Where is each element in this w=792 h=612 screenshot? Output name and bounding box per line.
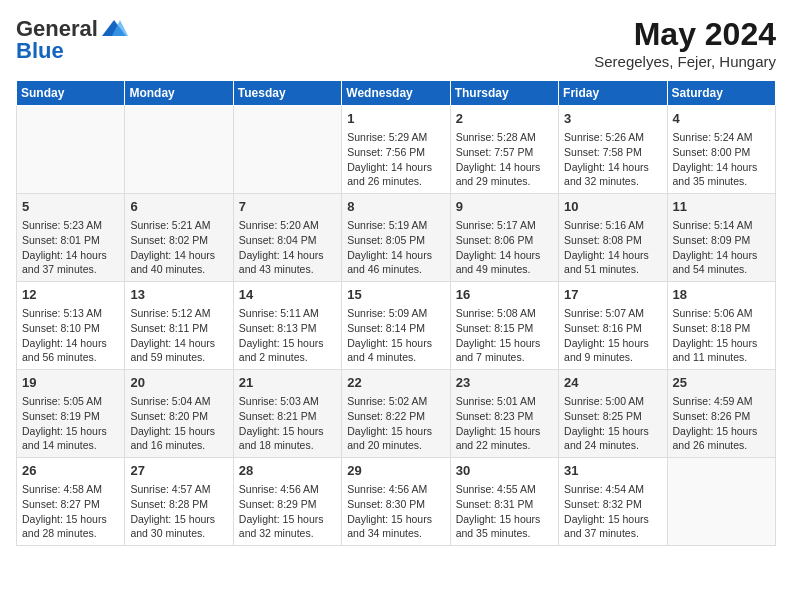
day-number: 28: [239, 462, 336, 480]
cell-detail-line: and 54 minutes.: [673, 263, 748, 275]
day-number: 8: [347, 198, 444, 216]
cell-detail-line: Sunset: 8:18 PM: [673, 322, 751, 334]
cell-detail-line: and 26 minutes.: [673, 439, 748, 451]
cell-detail-line: Sunset: 8:30 PM: [347, 498, 425, 510]
cell-detail-line: Daylight: 14 hours: [130, 337, 215, 349]
cell-details: Sunrise: 5:01 AMSunset: 8:23 PMDaylight:…: [456, 394, 553, 453]
month-title: May 2024: [594, 16, 776, 53]
cell-detail-line: and 26 minutes.: [347, 175, 422, 187]
cell-details: Sunrise: 5:05 AMSunset: 8:19 PMDaylight:…: [22, 394, 119, 453]
day-number: 24: [564, 374, 661, 392]
cell-details: Sunrise: 4:59 AMSunset: 8:26 PMDaylight:…: [673, 394, 770, 453]
calendar-cell: 16Sunrise: 5:08 AMSunset: 8:15 PMDayligh…: [450, 282, 558, 370]
cell-detail-line: and 30 minutes.: [130, 527, 205, 539]
day-number: 4: [673, 110, 770, 128]
calendar-cell: 19Sunrise: 5:05 AMSunset: 8:19 PMDayligh…: [17, 370, 125, 458]
cell-detail-line: and 4 minutes.: [347, 351, 416, 363]
cell-detail-line: and 29 minutes.: [456, 175, 531, 187]
cell-detail-line: Daylight: 15 hours: [347, 513, 432, 525]
cell-detail-line: Sunset: 8:20 PM: [130, 410, 208, 422]
cell-detail-line: Sunset: 8:01 PM: [22, 234, 100, 246]
cell-detail-line: Sunrise: 5:16 AM: [564, 219, 644, 231]
cell-detail-line: Sunset: 8:00 PM: [673, 146, 751, 158]
cell-details: Sunrise: 5:16 AMSunset: 8:08 PMDaylight:…: [564, 218, 661, 277]
cell-detail-line: Daylight: 15 hours: [239, 337, 324, 349]
calendar-cell: 10Sunrise: 5:16 AMSunset: 8:08 PMDayligh…: [559, 194, 667, 282]
calendar-cell: 13Sunrise: 5:12 AMSunset: 8:11 PMDayligh…: [125, 282, 233, 370]
cell-detail-line: Daylight: 14 hours: [564, 161, 649, 173]
cell-detail-line: Daylight: 15 hours: [673, 425, 758, 437]
day-number: 22: [347, 374, 444, 392]
cell-detail-line: Sunrise: 4:55 AM: [456, 483, 536, 495]
day-number: 25: [673, 374, 770, 392]
calendar-cell: 11Sunrise: 5:14 AMSunset: 8:09 PMDayligh…: [667, 194, 775, 282]
day-number: 2: [456, 110, 553, 128]
title-block: May 2024 Seregelyes, Fejer, Hungary: [594, 16, 776, 70]
cell-details: Sunrise: 5:19 AMSunset: 8:05 PMDaylight:…: [347, 218, 444, 277]
cell-details: Sunrise: 4:56 AMSunset: 8:30 PMDaylight:…: [347, 482, 444, 541]
cell-detail-line: Sunrise: 4:54 AM: [564, 483, 644, 495]
cell-details: Sunrise: 5:00 AMSunset: 8:25 PMDaylight:…: [564, 394, 661, 453]
calendar-cell: 24Sunrise: 5:00 AMSunset: 8:25 PMDayligh…: [559, 370, 667, 458]
weekday-header-wednesday: Wednesday: [342, 81, 450, 106]
day-number: 14: [239, 286, 336, 304]
cell-detail-line: and 56 minutes.: [22, 351, 97, 363]
cell-detail-line: Daylight: 14 hours: [22, 249, 107, 261]
cell-detail-line: Daylight: 15 hours: [22, 513, 107, 525]
cell-detail-line: Daylight: 15 hours: [564, 425, 649, 437]
cell-details: Sunrise: 4:56 AMSunset: 8:29 PMDaylight:…: [239, 482, 336, 541]
calendar-cell: 1Sunrise: 5:29 AMSunset: 7:56 PMDaylight…: [342, 106, 450, 194]
day-number: 12: [22, 286, 119, 304]
cell-detail-line: Sunrise: 5:17 AM: [456, 219, 536, 231]
cell-detail-line: Sunrise: 4:56 AM: [239, 483, 319, 495]
calendar-cell: 23Sunrise: 5:01 AMSunset: 8:23 PMDayligh…: [450, 370, 558, 458]
cell-detail-line: Daylight: 14 hours: [347, 161, 432, 173]
cell-detail-line: Daylight: 15 hours: [22, 425, 107, 437]
cell-detail-line: and 46 minutes.: [347, 263, 422, 275]
cell-detail-line: Sunrise: 5:02 AM: [347, 395, 427, 407]
cell-detail-line: and 51 minutes.: [564, 263, 639, 275]
cell-detail-line: Sunset: 7:58 PM: [564, 146, 642, 158]
cell-details: Sunrise: 5:21 AMSunset: 8:02 PMDaylight:…: [130, 218, 227, 277]
cell-detail-line: Daylight: 15 hours: [673, 337, 758, 349]
cell-detail-line: and 9 minutes.: [564, 351, 633, 363]
calendar-cell: [17, 106, 125, 194]
cell-detail-line: Sunset: 8:11 PM: [130, 322, 208, 334]
calendar-cell: 5Sunrise: 5:23 AMSunset: 8:01 PMDaylight…: [17, 194, 125, 282]
cell-detail-line: Daylight: 15 hours: [347, 425, 432, 437]
day-number: 5: [22, 198, 119, 216]
cell-detail-line: Sunrise: 5:11 AM: [239, 307, 319, 319]
calendar-cell: 2Sunrise: 5:28 AMSunset: 7:57 PMDaylight…: [450, 106, 558, 194]
cell-detail-line: Daylight: 14 hours: [22, 337, 107, 349]
cell-detail-line: Sunset: 8:02 PM: [130, 234, 208, 246]
cell-details: Sunrise: 5:02 AMSunset: 8:22 PMDaylight:…: [347, 394, 444, 453]
cell-detail-line: and 22 minutes.: [456, 439, 531, 451]
cell-detail-line: Daylight: 14 hours: [347, 249, 432, 261]
calendar-cell: 4Sunrise: 5:24 AMSunset: 8:00 PMDaylight…: [667, 106, 775, 194]
calendar-cell: 9Sunrise: 5:17 AMSunset: 8:06 PMDaylight…: [450, 194, 558, 282]
cell-detail-line: and 37 minutes.: [22, 263, 97, 275]
cell-detail-line: and 34 minutes.: [347, 527, 422, 539]
day-number: 9: [456, 198, 553, 216]
cell-detail-line: Sunrise: 5:29 AM: [347, 131, 427, 143]
day-number: 15: [347, 286, 444, 304]
cell-details: Sunrise: 5:28 AMSunset: 7:57 PMDaylight:…: [456, 130, 553, 189]
weekday-header-saturday: Saturday: [667, 81, 775, 106]
cell-details: Sunrise: 4:54 AMSunset: 8:32 PMDaylight:…: [564, 482, 661, 541]
cell-detail-line: and 32 minutes.: [239, 527, 314, 539]
cell-detail-line: Sunrise: 5:21 AM: [130, 219, 210, 231]
cell-detail-line: Sunset: 8:16 PM: [564, 322, 642, 334]
cell-detail-line: Daylight: 15 hours: [456, 337, 541, 349]
cell-details: Sunrise: 5:24 AMSunset: 8:00 PMDaylight:…: [673, 130, 770, 189]
cell-detail-line: Daylight: 14 hours: [456, 249, 541, 261]
calendar-cell: 30Sunrise: 4:55 AMSunset: 8:31 PMDayligh…: [450, 458, 558, 546]
cell-details: Sunrise: 5:09 AMSunset: 8:14 PMDaylight:…: [347, 306, 444, 365]
day-number: 10: [564, 198, 661, 216]
weekday-header-monday: Monday: [125, 81, 233, 106]
calendar-cell: 12Sunrise: 5:13 AMSunset: 8:10 PMDayligh…: [17, 282, 125, 370]
cell-detail-line: Sunrise: 5:14 AM: [673, 219, 753, 231]
day-number: 13: [130, 286, 227, 304]
day-number: 7: [239, 198, 336, 216]
cell-detail-line: Sunrise: 5:08 AM: [456, 307, 536, 319]
calendar-cell: 28Sunrise: 4:56 AMSunset: 8:29 PMDayligh…: [233, 458, 341, 546]
